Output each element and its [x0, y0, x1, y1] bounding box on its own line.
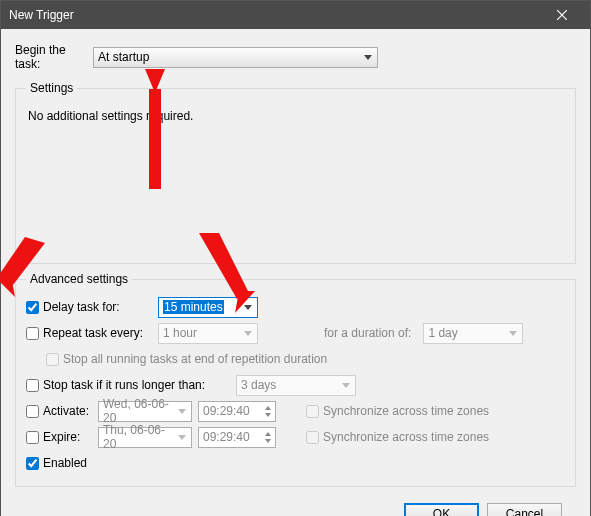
- expire-checkbox[interactable]: [26, 431, 39, 444]
- repeat-checkbox-label[interactable]: Repeat task every:: [26, 326, 152, 340]
- cancel-button[interactable]: Cancel: [487, 503, 562, 516]
- dialog-content: Begin the task: At startup Settings No a…: [1, 29, 590, 516]
- settings-group: Settings No additional settings required…: [15, 81, 576, 264]
- stop-all-label-text: Stop all running tasks at end of repetit…: [63, 352, 327, 366]
- settings-legend: Settings: [26, 81, 77, 95]
- stop-longer-checkbox[interactable]: [26, 379, 39, 392]
- expire-time-input: 09:29:40: [198, 427, 276, 448]
- activate-sync-label: Synchronize across time zones: [282, 404, 489, 418]
- begin-task-row: Begin the task: At startup: [15, 43, 576, 71]
- activate-date-input: Wed, 06-06-20: [98, 401, 192, 422]
- stop-longer-combo: 3 days: [236, 375, 356, 396]
- delay-duration-combo[interactable]: 15 minutes: [158, 297, 258, 318]
- stop-longer-label-text: Stop task if it runs longer than:: [43, 378, 205, 392]
- advanced-settings-legend: Advanced settings: [26, 272, 132, 286]
- expire-sync-checkbox: [306, 431, 319, 444]
- enabled-row: Enabled: [26, 450, 565, 476]
- stop-all-checkbox-label: Stop all running tasks at end of repetit…: [46, 352, 327, 366]
- expire-row: Expire: Thu, 06-06-20 09:29:40 Synchroni…: [26, 424, 565, 450]
- activate-time-input: 09:29:40: [198, 401, 276, 422]
- stop-longer-row: Stop task if it runs longer than: 3 days: [26, 372, 565, 398]
- repeat-interval-combo: 1 hour: [158, 323, 258, 344]
- titlebar: New Trigger: [1, 1, 590, 29]
- delay-duration-value: 15 minutes: [163, 300, 224, 314]
- stop-longer-checkbox-label[interactable]: Stop task if it runs longer than:: [26, 378, 230, 392]
- begin-task-select[interactable]: At startup: [93, 47, 378, 68]
- window-title: New Trigger: [9, 8, 542, 22]
- activate-row: Activate: Wed, 06-06-20 09:29:40 Synchro…: [26, 398, 565, 424]
- repeat-row: Repeat task every: 1 hour for a duration…: [26, 320, 565, 346]
- repeat-duration-combo: 1 day: [423, 323, 523, 344]
- close-icon: [557, 10, 567, 20]
- close-button[interactable]: [542, 1, 582, 29]
- dialog-window: New Trigger Begin the task: At startup S…: [0, 0, 591, 516]
- ok-button-label: OK: [433, 507, 450, 516]
- ok-button[interactable]: OK: [404, 503, 479, 516]
- delay-label-text: Delay task for:: [43, 300, 120, 314]
- cancel-button-label: Cancel: [506, 507, 543, 516]
- activate-sync-checkbox: [306, 405, 319, 418]
- settings-message: No additional settings required.: [28, 109, 193, 123]
- delay-checkbox-label[interactable]: Delay task for:: [26, 300, 152, 314]
- expire-sync-label: Synchronize across time zones: [282, 430, 489, 444]
- repeat-duration-label: for a duration of:: [324, 326, 411, 340]
- stop-all-checkbox: [46, 353, 59, 366]
- repeat-interval-value: 1 hour: [163, 326, 197, 340]
- settings-body: No additional settings required.: [26, 103, 565, 253]
- expire-label-text: Expire:: [43, 430, 80, 444]
- repeat-duration-value: 1 day: [428, 326, 457, 340]
- svg-marker-6: [0, 275, 15, 297]
- begin-task-label: Begin the task:: [15, 43, 93, 71]
- repeat-checkbox[interactable]: [26, 327, 39, 340]
- expire-checkbox-label[interactable]: Expire:: [26, 430, 92, 444]
- delay-checkbox[interactable]: [26, 301, 39, 314]
- dialog-footer: OK Cancel: [15, 495, 576, 516]
- enabled-checkbox-label[interactable]: Enabled: [26, 456, 87, 470]
- expire-sync-text: Synchronize across time zones: [323, 430, 489, 444]
- activate-sync-text: Synchronize across time zones: [323, 404, 489, 418]
- stop-all-row: Stop all running tasks at end of repetit…: [26, 346, 565, 372]
- activate-checkbox[interactable]: [26, 405, 39, 418]
- delay-row: Delay task for: 15 minutes: [26, 294, 565, 320]
- stop-longer-value: 3 days: [241, 378, 276, 392]
- expire-date-input: Thu, 06-06-20: [98, 427, 192, 448]
- enabled-label-text: Enabled: [43, 456, 87, 470]
- repeat-label-text: Repeat task every:: [43, 326, 143, 340]
- activate-checkbox-label[interactable]: Activate:: [26, 404, 92, 418]
- enabled-checkbox[interactable]: [26, 457, 39, 470]
- activate-label-text: Activate:: [43, 404, 89, 418]
- advanced-settings-group: Advanced settings Delay task for: 15 min…: [15, 272, 576, 487]
